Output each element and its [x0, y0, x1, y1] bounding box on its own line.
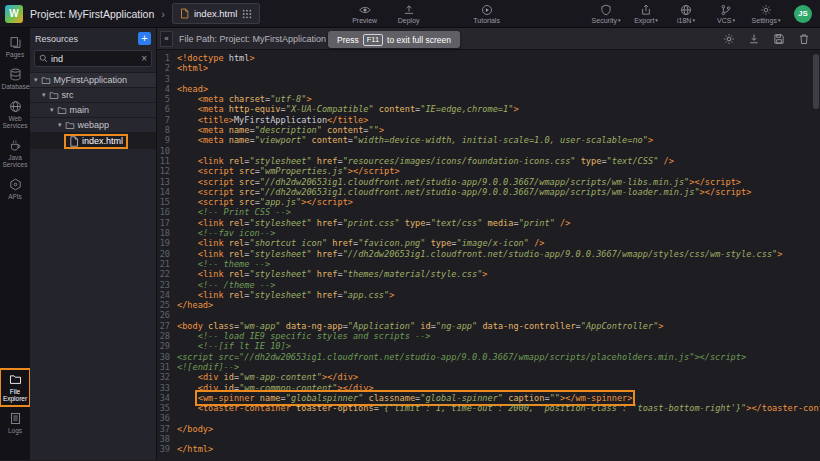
tree-item-webapp[interactable]: ▾webapp [30, 117, 156, 132]
code-text[interactable]: <toaster-container toaster-options="{'li… [177, 403, 820, 413]
deploy-button[interactable]: Deploy [394, 4, 424, 24]
rail-item-pages[interactable]: Pages [0, 32, 30, 62]
i18n-menu[interactable]: i18N▾ [671, 4, 701, 24]
code-line[interactable]: 30<script src="//dh2dw20653ig1.cloudfron… [157, 352, 820, 362]
code-text[interactable]: <![endif]--> [177, 362, 239, 372]
code-line[interactable]: 15 <script src="app.js"></script> [157, 197, 820, 207]
save-button[interactable] [773, 33, 785, 45]
tutorials-button[interactable]: Tutorials [472, 4, 502, 24]
code-line[interactable]: 2<html> [157, 63, 820, 73]
code-line[interactable]: 23 <!-- /theme --> [157, 280, 820, 290]
code-line[interactable]: 26 [157, 310, 820, 320]
code-text[interactable]: <div id="wm-common-content"></div> [177, 383, 374, 393]
code-text[interactable]: <!--fav icon--> [177, 228, 275, 238]
code-text[interactable]: <div id="wm-app-content"></div> [177, 372, 358, 382]
code-text[interactable]: </head> [177, 300, 213, 310]
code-line[interactable]: 29 <!--[if lt IE 10]> [157, 341, 820, 351]
code-text[interactable]: <link rel="stylesheet" href="print.css" … [177, 218, 570, 228]
clear-search-icon[interactable]: × [141, 53, 147, 64]
code-line[interactable]: 24 <link rel="stylesheet" href="app.css"… [157, 290, 820, 300]
rail-item-web-services[interactable]: Web Services [0, 96, 30, 133]
code-line[interactable]: 1<!doctype html> [157, 53, 820, 63]
rail-item-file-explorer[interactable]: File Explorer [0, 369, 30, 406]
code-text[interactable] [177, 434, 182, 444]
code-text[interactable] [177, 74, 182, 84]
delete-button[interactable] [798, 33, 810, 45]
rail-item-logs[interactable]: Logs [0, 408, 30, 438]
tree-item-index-html[interactable]: index.html [30, 132, 156, 149]
download-button[interactable] [748, 33, 760, 45]
code-text[interactable]: <!-- Print CSS --> [177, 207, 291, 217]
code-text[interactable]: </html> [177, 444, 213, 454]
add-resource-button[interactable]: + [138, 32, 151, 45]
code-text[interactable]: <meta name="description" content=""> [177, 125, 384, 135]
grid-icon[interactable] [242, 9, 252, 19]
user-avatar[interactable]: JS [794, 5, 812, 23]
code-text[interactable]: <script src="wmProperties.js"></script> [177, 166, 400, 176]
settings-menu[interactable]: Settings▾ [751, 4, 781, 24]
code-line[interactable]: 4<head> [157, 84, 820, 94]
code-line[interactable]: 21 <!-- theme --> [157, 259, 820, 269]
code-line[interactable]: 35 <toaster-container toaster-options="{… [157, 403, 820, 413]
code-text[interactable]: <!-- load IE9 specific styles and script… [177, 331, 431, 341]
tab-index-html[interactable]: index.html [172, 3, 260, 24]
code-line[interactable]: 8 <meta name="description" content=""> [157, 125, 820, 135]
code-line[interactable]: 16 <!-- Print CSS --> [157, 207, 820, 217]
rail-item-apis[interactable]: APIs [0, 174, 30, 204]
code-text[interactable]: <!doctype html> [177, 53, 255, 63]
code-text[interactable]: <!-- /theme --> [177, 280, 275, 290]
code-text[interactable]: <script src="//dh2dw20653ig1.cloudfront.… [177, 352, 746, 362]
code-text[interactable]: <meta charset="utf-8"> [177, 94, 312, 104]
code-line[interactable]: 28 <!-- load IE9 specific styles and scr… [157, 331, 820, 341]
rail-item-java-services[interactable]: Java Services [0, 135, 30, 172]
code-line[interactable]: 22 <link rel="stylesheet" href="themes/m… [157, 269, 820, 279]
code-text[interactable]: <wm-spinner name="globalspinner" classna… [177, 393, 632, 403]
code-text[interactable]: <link rel="stylesheet" href="themes/mate… [177, 269, 488, 279]
code-line[interactable]: 38 [157, 434, 820, 444]
code-line[interactable]: 37</body> [157, 424, 820, 434]
scrollbar-thumb[interactable] [813, 54, 819, 109]
code-text[interactable]: <meta name="viewport" content="width=dev… [177, 135, 653, 145]
code-line[interactable]: 10 [157, 146, 820, 156]
code-line[interactable]: 39</html> [157, 444, 820, 454]
code-text[interactable]: <script src="//dh2dw20653ig1.cloudfront.… [177, 187, 751, 197]
code-line[interactable]: 31<![endif]--> [157, 362, 820, 372]
code-text[interactable] [177, 413, 182, 423]
code-line[interactable]: 3 [157, 74, 820, 84]
code-editor[interactable]: 1<!doctype html>2<html>3 4<head>5 <meta … [157, 50, 820, 460]
search-input[interactable] [51, 54, 138, 64]
code-text[interactable]: <script src="app.js"></script> [177, 197, 353, 207]
code-text[interactable] [177, 310, 182, 320]
code-line[interactable]: 19 <link rel="shortcut icon" href="favic… [157, 238, 820, 248]
code-line[interactable]: 5 <meta charset="utf-8"> [157, 94, 820, 104]
code-text[interactable]: <meta http-equiv="X-UA-Compatible" conte… [177, 104, 519, 114]
code-text[interactable]: <title>MyFirstApplication</title> [177, 115, 368, 125]
settings-button[interactable] [723, 33, 735, 45]
code-text[interactable]: <link rel="stylesheet" href="resources/i… [177, 156, 674, 166]
tree-item-myfirstapplication[interactable]: ▾MyFirstApplication [30, 72, 156, 87]
rail-item-databases[interactable]: Databases [0, 64, 30, 94]
code-line[interactable]: 11 <link rel="stylesheet" href="resource… [157, 156, 820, 166]
security-menu[interactable]: Security▾ [591, 4, 621, 24]
code-line[interactable]: 33 <div id="wm-common-content"></div> [157, 383, 820, 393]
wavemaker-logo[interactable]: W [5, 5, 23, 23]
editor-scrollbar[interactable] [813, 54, 819, 456]
code-line[interactable]: 36 [157, 413, 820, 423]
code-text[interactable]: <!--[if lt IE 10]> [177, 341, 291, 351]
code-text[interactable]: <script src="//dh2dw20653ig1.cloudfront.… [177, 177, 741, 187]
code-text[interactable] [177, 146, 182, 156]
code-line[interactable]: 17 <link rel="stylesheet" href="print.cs… [157, 218, 820, 228]
export-menu[interactable]: Export▾ [631, 4, 661, 24]
code-text[interactable]: <link rel="stylesheet" href="app.css"> [177, 290, 394, 300]
tree-item-src[interactable]: ▾src [30, 87, 156, 102]
code-line[interactable]: 14 <script src="//dh2dw20653ig1.cloudfro… [157, 187, 820, 197]
code-line[interactable]: 20 <link rel="stylesheet" href="//dh2dw2… [157, 249, 820, 259]
code-text[interactable]: <link rel="shortcut icon" href="favicon.… [177, 238, 545, 248]
collapse-panel-button[interactable]: « [160, 31, 173, 47]
code-text[interactable]: <link rel="stylesheet" href="//dh2dw2065… [177, 249, 782, 259]
code-text[interactable]: <html> [177, 63, 208, 73]
code-line[interactable]: 18 <!--fav icon--> [157, 228, 820, 238]
code-line[interactable]: 12 <script src="wmProperties.js"></scrip… [157, 166, 820, 176]
code-line[interactable]: 27<body class="wm-app" data-ng-app="Appl… [157, 321, 820, 331]
preview-button[interactable]: Preview [350, 4, 380, 24]
